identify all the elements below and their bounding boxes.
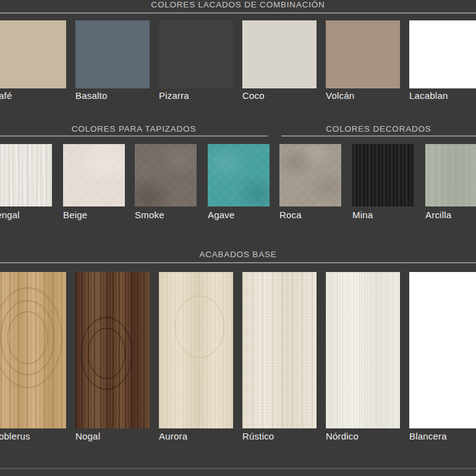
rule-tapizados: [0, 135, 268, 137]
swatch-label: Nórdico: [326, 431, 400, 441]
swatch-blancera[interactable]: Blancera: [409, 272, 476, 441]
swatch-tile-aurora[interactable]: [159, 272, 233, 428]
swatch-label: Volcán: [326, 91, 400, 101]
swatch-label: Lacablan: [409, 91, 476, 101]
rule-footer: [0, 468, 476, 469]
section-title-decorados: COLORES DECORADOS: [281, 124, 476, 134]
section-title-lacados: COLORES LACADOS DE COMBINACIÓN: [0, 0, 476, 10]
swatch-lacablan[interactable]: Lacablan: [409, 20, 476, 101]
swatch-tile-agave[interactable]: [208, 144, 270, 206]
swatch-label: Aurora: [159, 431, 233, 441]
swatch-roblerus[interactable]: Roblerus: [0, 272, 66, 441]
rule-lacados: [0, 12, 476, 14]
swatch-label: Arcilla: [425, 210, 476, 220]
swatch-volcan[interactable]: Volcán: [326, 20, 400, 101]
swatch-tile-mina[interactable]: [352, 144, 414, 206]
swatch-tile-pizarra[interactable]: [159, 20, 233, 88]
swatch-label: Blancera: [409, 431, 476, 441]
swatch-label: Smoke: [135, 210, 197, 220]
swatch-smoke[interactable]: Smoke: [135, 144, 197, 220]
swatch-label: Roblerus: [0, 431, 66, 441]
swatch-label: Rústico: [242, 431, 317, 441]
swatch-tile-arcilla[interactable]: [425, 144, 476, 206]
swatch-beige[interactable]: Beige: [63, 144, 125, 220]
swatch-nogal[interactable]: Nogal: [75, 272, 150, 441]
swatch-pizarra[interactable]: Pizarra: [159, 20, 233, 101]
swatch-tile-rustico[interactable]: [242, 272, 317, 428]
swatch-label: Roca: [279, 210, 341, 220]
swatch-label: Beige: [63, 210, 125, 220]
swatch-coco[interactable]: Coco: [242, 20, 317, 101]
swatch-bengal[interactable]: Bengal: [0, 144, 52, 220]
swatch-cafe[interactable]: Café: [0, 20, 66, 101]
swatch-tile-nordico[interactable]: [326, 272, 400, 428]
swatch-aurora[interactable]: Aurora: [159, 272, 233, 441]
swatch-tile-roblerus[interactable]: [0, 272, 66, 428]
swatch-tile-blancera[interactable]: [409, 272, 476, 428]
section-title-acabados: ACABADOS BASE: [0, 250, 476, 260]
swatch-tile-roca[interactable]: [279, 144, 341, 206]
rule-decorados: [281, 135, 476, 137]
swatch-label: Café: [0, 91, 66, 101]
swatch-arcilla[interactable]: Arcilla: [425, 144, 476, 220]
swatch-agave[interactable]: Agave: [208, 144, 270, 220]
swatch-mina[interactable]: Mina: [352, 144, 414, 220]
swatch-label: Agave: [208, 210, 270, 220]
rule-acabados: [0, 262, 476, 263]
section-title-tapizados: COLORES PARA TAPIZADOS: [0, 124, 268, 134]
catalog-page: COLORES LACADOS DE COMBINACIÓN Café Basa…: [0, 0, 476, 476]
swatch-tile-basalto[interactable]: [75, 20, 150, 88]
swatch-tile-cafe[interactable]: [0, 20, 66, 88]
swatch-label: Pizarra: [159, 91, 233, 101]
swatch-rustico[interactable]: Rústico: [242, 272, 317, 441]
swatch-tile-nogal[interactable]: [75, 272, 150, 428]
swatch-label: Coco: [242, 91, 317, 101]
swatch-label: Bengal: [0, 210, 52, 220]
swatch-tile-smoke[interactable]: [135, 144, 197, 206]
swatch-tile-coco[interactable]: [242, 20, 317, 88]
swatch-label: Mina: [352, 210, 414, 220]
swatch-roca[interactable]: Roca: [279, 144, 341, 220]
swatch-tile-bengal[interactable]: [0, 144, 52, 206]
swatch-tile-volcan[interactable]: [326, 20, 400, 88]
swatch-nordico[interactable]: Nórdico: [326, 272, 400, 441]
swatch-basalto[interactable]: Basalto: [75, 20, 150, 101]
swatch-tile-beige[interactable]: [63, 144, 125, 206]
swatch-label: Nogal: [75, 431, 150, 441]
swatch-tile-lacablan[interactable]: [409, 20, 476, 88]
swatch-label: Basalto: [75, 91, 150, 101]
